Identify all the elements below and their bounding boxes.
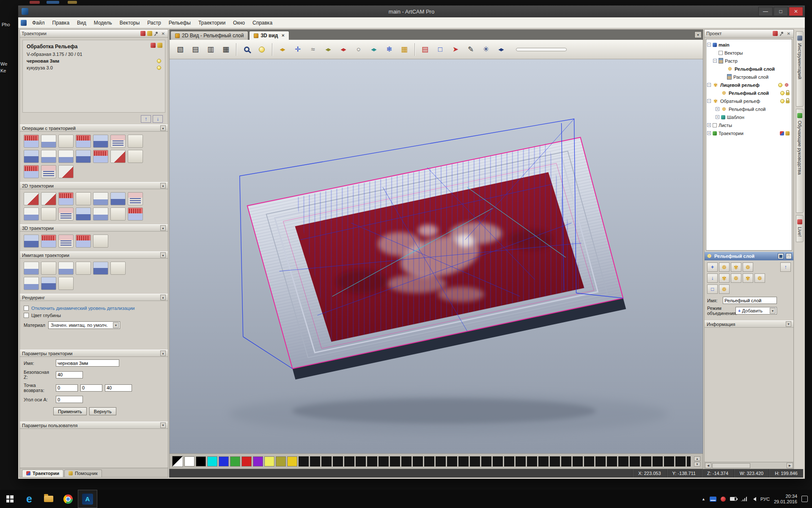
2d-toolpath-icon[interactable] bbox=[24, 207, 39, 221]
tab-live[interactable]: Live! bbox=[796, 215, 804, 242]
section-user-params[interactable]: Параметры пользователя ▼ bbox=[20, 422, 168, 429]
chevron-down-icon[interactable]: ▼ bbox=[770, 308, 776, 314]
combine-mode-dropdown[interactable]: + Добавить ▼ bbox=[735, 307, 777, 315]
safe-z-input[interactable] bbox=[56, 371, 83, 378]
default-colors-swatch[interactable] bbox=[172, 456, 183, 467]
tab-toolbox[interactable]: Инструментарий bbox=[796, 31, 804, 107]
menu-window[interactable]: Окно bbox=[229, 18, 249, 28]
project-tree[interactable]: − main Векторы − Растр ❁ Рельефный слой bbox=[706, 39, 792, 251]
tree-item-vectors[interactable]: Векторы bbox=[707, 49, 791, 57]
toolpath-item-selected[interactable]: черновая 3мм bbox=[27, 58, 161, 64]
battery-icon[interactable] bbox=[730, 497, 737, 501]
maximize-button[interactable]: □ bbox=[774, 7, 788, 16]
toolpath-item[interactable]: кукуруза 3.0 bbox=[27, 64, 161, 71]
section-expand-icon[interactable]: ▼ bbox=[786, 321, 791, 327]
section-2d-toolpaths[interactable]: 2D траектории ▲ bbox=[20, 182, 168, 189]
close-button[interactable]: ✕ bbox=[789, 7, 803, 16]
menu-file[interactable]: Файл bbox=[28, 18, 49, 28]
layer-action-icon[interactable]: ❁ bbox=[754, 273, 765, 283]
palette-swatch[interactable] bbox=[196, 456, 206, 467]
layer-action-icon[interactable]: ✾ bbox=[743, 273, 753, 283]
layer-action-icon[interactable]: ❁ bbox=[719, 262, 730, 272]
visibility-bulb-icon[interactable] bbox=[157, 66, 161, 70]
project-header-icon[interactable] bbox=[773, 31, 778, 36]
visibility-bulb-icon[interactable] bbox=[778, 83, 782, 87]
toolpath-state-icon[interactable] bbox=[785, 131, 790, 135]
view-front-icon[interactable]: ▤ bbox=[188, 42, 203, 57]
tree-expander-icon[interactable]: + bbox=[707, 123, 711, 127]
home-x-input[interactable] bbox=[56, 384, 78, 392]
pin-icon[interactable] bbox=[779, 31, 784, 36]
menu-view[interactable]: Вид bbox=[73, 18, 90, 28]
tab-assistant[interactable]: Помощник bbox=[64, 469, 102, 477]
edge-taskbar-button[interactable]: e bbox=[19, 490, 39, 508]
zoom-icon[interactable] bbox=[239, 42, 254, 57]
simulation-icon[interactable] bbox=[58, 277, 74, 290]
tree-item-sheets[interactable]: + Листы bbox=[707, 121, 791, 129]
draw-wave-icon[interactable]: ≈ bbox=[306, 42, 320, 57]
toolpath-route-icon[interactable]: ➤ bbox=[448, 42, 463, 57]
3d-toolpath-icon[interactable] bbox=[93, 235, 108, 248]
2d-toolpath-icon[interactable] bbox=[76, 192, 91, 205]
title-bar[interactable]: main - ArtCAM Pro — □ ✕ bbox=[18, 6, 805, 17]
palette-swatch[interactable] bbox=[207, 456, 217, 467]
panel-close-icon[interactable]: ✕ bbox=[786, 31, 792, 36]
desktop-icon-label[interactable]: Pho bbox=[2, 22, 10, 27]
toolpath-simulate-icon[interactable] bbox=[147, 31, 152, 36]
artcam-taskbar-button[interactable]: A bbox=[78, 490, 97, 508]
add-layer-button[interactable]: + bbox=[707, 262, 718, 272]
simulation-icon[interactable] bbox=[58, 262, 74, 275]
section-collapse-icon[interactable]: ▲ bbox=[160, 295, 166, 300]
view-isometric-icon[interactable]: ▧ bbox=[173, 42, 187, 57]
toolpath-operation-icon[interactable] bbox=[58, 165, 74, 178]
section-collapse-icon[interactable]: ▲ bbox=[160, 252, 166, 258]
2d-toolpath-icon[interactable] bbox=[41, 192, 56, 205]
a-axis-input[interactable] bbox=[56, 396, 83, 403]
move-toolpath-down-button[interactable]: ↓ bbox=[153, 115, 163, 123]
3d-toolpath-icon[interactable] bbox=[24, 235, 39, 248]
draw-zero-plane-icon[interactable]: ◆ bbox=[321, 42, 335, 57]
2d-toolpath-icon[interactable] bbox=[110, 207, 126, 221]
toolpath-operation-icon[interactable] bbox=[58, 135, 74, 148]
tree-expander-icon[interactable]: − bbox=[707, 43, 711, 47]
home-y-input[interactable] bbox=[80, 384, 102, 392]
view-side-icon[interactable]: ▥ bbox=[203, 42, 218, 57]
toolpath-operation-icon[interactable] bbox=[24, 150, 39, 163]
palette-swatch[interactable] bbox=[230, 456, 240, 467]
layer-float-icon[interactable]: □ bbox=[786, 253, 792, 259]
toolpath-operation-icon[interactable] bbox=[110, 135, 126, 148]
palette-swatch[interactable] bbox=[276, 456, 286, 467]
palette-swatch[interactable] bbox=[219, 456, 229, 467]
layer-tool-icon[interactable]: □ bbox=[707, 284, 718, 294]
active-relief-icon[interactable]: ❁ bbox=[784, 82, 790, 88]
draw-material-icon[interactable]: ◆ bbox=[336, 42, 351, 57]
toolpath-operation-icon[interactable] bbox=[110, 150, 126, 163]
material-dropdown[interactable]: Значен. имитац. по умолч. ▼ bbox=[48, 321, 120, 329]
palette-swatch[interactable] bbox=[287, 456, 297, 467]
tree-item-raster-layer[interactable]: Растровый слой bbox=[707, 73, 791, 81]
simulation-icon[interactable] bbox=[76, 262, 91, 275]
tree-item-relief-layer[interactable]: ❁ Рельефный слой bbox=[707, 65, 791, 73]
simulation-icon[interactable] bbox=[93, 262, 108, 275]
network-icon[interactable] bbox=[741, 497, 747, 501]
toolpath-operation-icon[interactable] bbox=[41, 135, 56, 148]
section-toolpath-params[interactable]: Параметры траектории ▲ bbox=[20, 350, 168, 357]
2d-toolpath-icon[interactable] bbox=[41, 207, 56, 221]
tab-tutorials[interactable]: Обучающие руководства bbox=[796, 109, 804, 213]
pin-icon[interactable] bbox=[154, 31, 159, 36]
tree-item-toolpaths[interactable]: + Траектории bbox=[707, 129, 791, 137]
layer-action-icon[interactable]: ❁ bbox=[731, 273, 741, 283]
palette-scroll-down-icon[interactable]: ▼ bbox=[694, 462, 700, 467]
palette-swatch[interactable] bbox=[241, 456, 252, 467]
toolpath-operation-icon[interactable] bbox=[93, 135, 108, 148]
language-indicator[interactable]: РУС bbox=[760, 497, 770, 502]
palette-swatch[interactable] bbox=[264, 456, 274, 467]
draw-circle-icon[interactable]: ○ bbox=[351, 42, 366, 57]
visibility-bulb-icon[interactable] bbox=[780, 91, 785, 95]
layer-up-button[interactable]: ↑ bbox=[780, 262, 791, 272]
toolpath-operation-icon[interactable] bbox=[24, 165, 39, 178]
layer-down-button[interactable]: ↓ bbox=[707, 273, 718, 283]
shade-icon[interactable]: ◆ bbox=[494, 42, 508, 57]
toolpath-name-input[interactable] bbox=[56, 359, 119, 367]
section-collapse-icon[interactable]: ▲ bbox=[160, 225, 166, 231]
